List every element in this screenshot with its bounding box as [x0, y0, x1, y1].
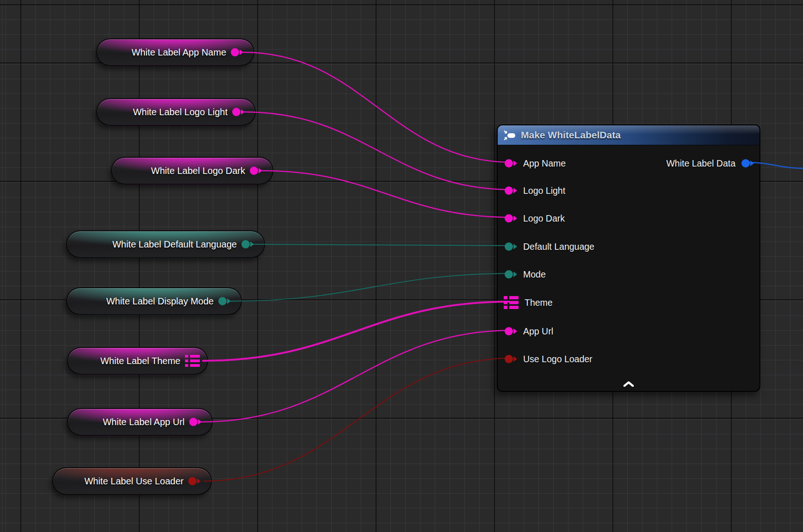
output-pin-string[interactable] [232, 108, 245, 116]
pin-label: Default Language [523, 241, 594, 252]
node-title: White Label Display Mode [106, 296, 214, 307]
node-title: White Label App Name [131, 47, 226, 58]
blueprint-graph-canvas[interactable]: White Label App Name White Label Logo Li… [0, 0, 803, 532]
node-title: White Label Use Loader [84, 476, 184, 487]
node-header[interactable]: Make WhiteLabelData [498, 125, 760, 145]
wire-use-loader[interactable] [204, 358, 513, 481]
pin-label: App Url [523, 326, 553, 337]
output-pin-enum[interactable] [241, 240, 254, 248]
output-pin-string[interactable] [250, 167, 262, 175]
pin-row-use-logo-loader: Use Logo Loader [505, 351, 593, 367]
pin-label: Logo Light [523, 186, 565, 196]
pin-label: App Name [523, 158, 566, 169]
pin-row-white-label-data: White Label Data [666, 155, 754, 172]
pin-row-theme: Theme [504, 294, 553, 311]
pin-row-mode: Mode [505, 266, 546, 283]
wire-logo-dark[interactable] [262, 171, 513, 217]
pin-row-default-language: Default Language [505, 238, 594, 255]
input-pin-mode[interactable] [505, 270, 517, 278]
node-title: White Label Theme [100, 356, 180, 366]
node-title: White Label Logo Dark [151, 166, 245, 176]
node-title: White Label App Url [103, 417, 185, 427]
input-pin-app-name[interactable] [505, 159, 517, 167]
pin-label: Use Logo Loader [523, 354, 593, 365]
pin-row-logo-light: Logo Light [505, 182, 565, 199]
node-white-label-logo-dark[interactable]: White Label Logo Dark [111, 157, 273, 185]
node-title: Make WhiteLabelData [521, 130, 621, 141]
node-make-whitelabeldata[interactable]: Make WhiteLabelData App Name Logo Light … [497, 124, 760, 392]
chevron-up-icon [623, 381, 634, 387]
wire-theme[interactable] [202, 302, 510, 361]
pin-label: Mode [523, 269, 546, 280]
node-white-label-logo-light[interactable]: White Label Logo Light [96, 98, 256, 126]
node-title: White Label Logo Light [133, 107, 228, 118]
pin-row-app-url: App Url [505, 323, 553, 340]
pin-label: Theme [525, 297, 553, 308]
collapse-node-button[interactable] [623, 381, 634, 387]
input-pin-use-logo-loader[interactable] [505, 355, 517, 363]
node-white-label-default-language[interactable]: White Label Default Language [66, 230, 265, 258]
output-pin-white-label-data[interactable] [741, 159, 754, 167]
input-pin-theme-struct-icon[interactable] [504, 296, 519, 309]
node-white-label-app-url[interactable]: White Label App Url [67, 408, 213, 436]
output-pin-string[interactable] [189, 418, 202, 426]
make-struct-icon [503, 130, 516, 141]
input-pin-app-url[interactable] [505, 327, 517, 335]
pin-row-app-name: App Name [505, 155, 566, 172]
output-pin-enum[interactable] [218, 297, 231, 305]
output-pin-bool[interactable] [188, 477, 201, 485]
pin-label: Logo Dark [523, 213, 565, 224]
output-pin-string[interactable] [231, 48, 243, 56]
input-pin-default-language[interactable] [505, 242, 517, 251]
wire-logo-light[interactable] [244, 112, 513, 190]
pin-label: White Label Data [666, 158, 735, 169]
node-title: White Label Default Language [112, 239, 237, 250]
wire-app-url[interactable] [201, 330, 513, 422]
wire-mode[interactable] [230, 273, 513, 301]
input-pin-logo-light[interactable] [505, 186, 517, 195]
output-pin-struct-icon[interactable] [185, 355, 200, 367]
pin-row-logo-dark: Logo Dark [505, 210, 565, 227]
node-white-label-display-mode[interactable]: White Label Display Mode [66, 287, 242, 315]
wire-default-language[interactable] [253, 244, 513, 246]
node-white-label-theme[interactable]: White Label Theme [67, 347, 208, 375]
node-white-label-app-name[interactable]: White Label App Name [96, 38, 254, 66]
input-pin-logo-dark[interactable] [505, 214, 517, 223]
node-white-label-use-loader[interactable]: White Label Use Loader [52, 467, 212, 495]
wire-app-name[interactable] [243, 52, 513, 162]
